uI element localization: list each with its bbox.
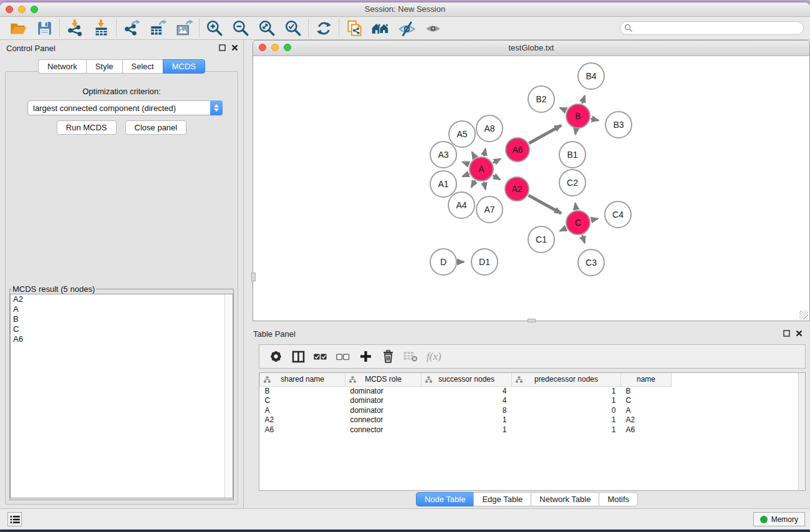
table-cell[interactable]: 1 [422,415,512,425]
run-mcds-button[interactable]: Run MCDS [57,120,117,135]
save-session-button[interactable] [31,18,57,38]
graph-edge-B-B1[interactable] [576,129,576,135]
graph-edge-B-B3[interactable] [591,118,599,120]
column-header-predecessor-nodes[interactable]: predecessor nodes [512,373,621,386]
graph-edge-A-A2[interactable] [493,175,500,180]
graph-edge-C-C4[interactable] [591,219,598,220]
table-cell[interactable]: A2 [260,415,345,425]
search-input[interactable] [620,21,804,35]
table-cell[interactable]: 1 [512,415,621,425]
table-row[interactable]: A2connector11A2 [260,415,672,425]
mcds-result-list[interactable]: A2ABCA6 [10,294,233,498]
import-table-button[interactable] [88,18,114,38]
table-tab-node-table[interactable]: Node Table [416,492,474,506]
column-header-shared-name[interactable]: shared name [260,373,345,386]
network-close-button[interactable] [259,44,266,51]
table-row[interactable]: Bdominator41B [260,386,672,396]
table-cell[interactable]: C [621,396,672,406]
toggle-column-view-button[interactable] [291,349,306,365]
graph-edge-A-A7[interactable] [484,182,485,190]
column-header-name[interactable]: name [621,373,672,386]
function-builder-button[interactable]: f(x) [425,349,446,365]
table-settings-button[interactable] [268,349,283,365]
criterion-select[interactable]: largest connected component (directed) [27,100,223,115]
mcds-result-item[interactable]: B [11,314,233,324]
table-cell[interactable]: connector [345,425,422,435]
refresh-view-button[interactable] [311,18,337,38]
zoom-window-button[interactable] [31,6,38,13]
deselect-all-columns-button[interactable] [335,349,350,365]
network-zoom-button[interactable] [284,44,291,51]
graph-edge-C-C1[interactable] [560,228,566,231]
column-header-MCDS-role[interactable]: MCDS role [345,373,422,386]
zoom-fit-button[interactable] [254,18,280,38]
graph-edge-B-B2[interactable] [560,108,566,111]
graph-edge-A6-B[interactable] [529,125,561,143]
table-cell[interactable]: A [260,405,345,415]
close-panel-button[interactable]: Close panel [125,120,187,135]
table-cell[interactable]: 1 [512,425,621,435]
table-cell[interactable]: dominator [345,396,422,406]
export-network-button[interactable] [118,18,145,38]
column-header-successor-nodes[interactable]: successor nodes [422,373,512,386]
zoom-in-button[interactable] [201,18,228,38]
table-row[interactable]: A6connector11A6 [260,425,672,435]
table-cell[interactable]: 8 [422,405,512,415]
panel-handle-bottom[interactable] [528,319,536,322]
table-cell[interactable]: 1 [512,386,621,396]
table-cell[interactable]: A2 [621,415,672,425]
table-cell[interactable]: connector [345,415,422,425]
table-cell[interactable]: C [260,396,345,406]
delete-column-button[interactable] [380,349,395,365]
float-table-panel-icon[interactable] [783,330,790,337]
task-history-button[interactable] [7,512,22,526]
export-table-button[interactable] [145,18,171,38]
mcds-result-item[interactable]: A2 [11,294,233,304]
open-session-button[interactable] [5,18,31,38]
graph-edge-B-B4[interactable] [582,95,585,104]
table-cell[interactable]: 4 [422,386,512,396]
table-row[interactable]: Adominator80A [260,405,672,415]
panel-handle-left[interactable] [251,273,256,281]
table-tab-motifs[interactable]: Motifs [599,492,638,506]
mcds-result-item[interactable]: C [11,324,233,334]
graph-edge-A-A1[interactable] [463,174,470,177]
table-cell[interactable]: 0 [512,405,621,415]
table-cell[interactable]: 1 [422,425,512,435]
table-cell[interactable]: 1 [512,396,621,406]
tab-mcds[interactable]: MCDS [163,59,205,74]
graph-edge-A-A4[interactable] [471,180,475,187]
tab-style[interactable]: Style [86,59,122,74]
result-scrollbar[interactable] [224,294,233,498]
float-panel-icon[interactable] [219,44,226,51]
table-cell[interactable]: A6 [621,425,672,435]
resize-grip-icon[interactable] [799,311,808,319]
table-tab-edge-table[interactable]: Edge Table [473,492,531,506]
table-cell[interactable]: dominator [345,405,422,415]
graph-edge-A2-C[interactable] [528,195,561,213]
table-cell[interactable]: B [260,386,345,396]
table-cell[interactable]: dominator [345,386,422,396]
graph-edge-A-A6[interactable] [493,159,501,163]
close-window-button[interactable] [6,6,13,13]
minimize-window-button[interactable] [18,6,26,13]
table-scrollbar[interactable] [798,373,805,490]
table-cell[interactable]: A [621,405,672,415]
network-canvas[interactable]: B4B2BB3A8A5A6A3B1AC2A1A2A4A7C4CC1DD1C3 [253,56,809,321]
mcds-result-item[interactable]: A6 [11,334,233,344]
table-cell[interactable]: A6 [260,425,345,435]
table-cell[interactable]: B [621,386,672,396]
import-network-button[interactable] [62,18,88,38]
hide-panels-button[interactable] [393,18,420,38]
duplicate-network-button[interactable] [341,18,367,38]
close-table-panel-icon[interactable] [796,330,803,337]
graph-edge-C-C2[interactable] [576,203,576,210]
add-column-button[interactable] [358,349,373,365]
mcds-result-item[interactable]: A [11,304,233,314]
graph-edge-C-C3[interactable] [582,235,585,243]
show-panels-button[interactable] [420,18,446,38]
select-all-columns-button[interactable] [313,349,328,365]
tab-select[interactable]: Select [122,59,163,74]
close-panel-icon[interactable] [231,44,238,51]
export-image-button[interactable] [171,18,197,38]
